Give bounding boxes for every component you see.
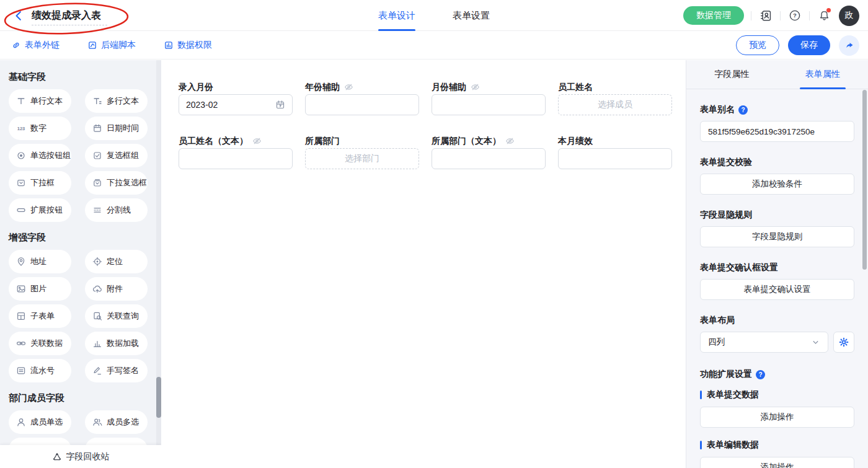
field-item-checkbox-group[interactable]: 复选框组 (85, 144, 148, 167)
address-book-icon[interactable] (758, 8, 773, 23)
back-button[interactable] (12, 9, 25, 22)
data-permission-link[interactable]: 数据权限 (164, 40, 212, 51)
field-item-label: 流水号 (30, 365, 55, 376)
form-layout-select[interactable]: 四列 (700, 332, 828, 353)
add-action-button-edit[interactable]: 添加操作 (700, 457, 854, 468)
attachment-icon (92, 284, 102, 294)
field-item-select[interactable]: 下拉框 (9, 171, 71, 195)
sidebar-scrollbar-track[interactable] (156, 60, 161, 445)
field-item-label: 分割线 (107, 205, 131, 216)
field-item-single-text[interactable]: 单行文本 (9, 89, 71, 113)
date-value: 2023-02 (186, 100, 218, 110)
field-visibility-rules-heading: 字段显隐规则 (700, 210, 854, 221)
field-item-multi-select[interactable]: 下拉复选框 (85, 171, 148, 195)
eye-off-icon (344, 82, 353, 92)
field-item-linked-query[interactable]: 关联查询 (85, 304, 148, 328)
help-icon[interactable] (787, 8, 802, 23)
month-helper-input[interactable] (432, 94, 546, 115)
form-layout-heading: 表单布局 (700, 315, 854, 326)
field-label: 员工姓名 (558, 82, 593, 93)
field-item-label: 子表单 (30, 311, 55, 322)
notification-dot (826, 8, 831, 12)
tab-form-settings[interactable]: 表单设置 (453, 0, 490, 31)
avatar[interactable]: 政 (839, 6, 859, 26)
field-recycle-bin[interactable]: 字段回收站 (0, 445, 161, 468)
employee-name-text-input[interactable] (179, 148, 293, 169)
field-label: 年份辅助 (305, 82, 340, 93)
notification-bell-icon[interactable] (817, 8, 831, 23)
form-field-month-helper[interactable]: 月份辅助 (432, 81, 546, 115)
field-item-divider[interactable]: 分割线 (85, 198, 148, 222)
member-picker[interactable]: 选择成员 (558, 94, 672, 115)
field-item-datetime[interactable]: 日期时间 (85, 117, 148, 140)
field-item-extend-button[interactable]: 扩展按钮 (9, 198, 71, 222)
help-question-icon[interactable]: ? (738, 105, 748, 115)
form-external-link[interactable]: 表单外链 (11, 40, 60, 51)
department-picker-placeholder: 选择部门 (345, 153, 379, 164)
field-item-number[interactable]: 数字 (9, 117, 71, 140)
entry-month-date-input[interactable]: 2023-02 (179, 94, 293, 115)
top-header: 绩效提成录入表 表单设计 表单设置 数据管理 政 (0, 0, 868, 31)
layout-settings-button[interactable] (833, 332, 854, 353)
field-label: 月份辅助 (432, 82, 466, 93)
multi-select-icon (92, 178, 102, 188)
field-visibility-rules-button[interactable]: 字段显隐规则 (700, 226, 854, 247)
form-alias-input[interactable]: 581f5f59e625d19c3917250e (700, 121, 854, 142)
form-field-entry-month[interactable]: 录入月份 2023-02 (179, 81, 293, 115)
field-item-address[interactable]: 地址 (9, 250, 71, 273)
field-item-label: 数据加载 (107, 338, 139, 349)
data-manage-button[interactable]: 数据管理 (683, 6, 744, 25)
field-item-subform[interactable]: 子表单 (9, 304, 71, 328)
field-item-image[interactable]: 图片 (9, 277, 71, 301)
add-validation-button[interactable]: 添加校验条件 (700, 174, 854, 195)
form-field-department-text[interactable]: 所属部门（文本） (432, 135, 546, 169)
form-title[interactable]: 绩效提成录入表 (32, 9, 101, 22)
field-label: 员工姓名（文本） (179, 136, 248, 147)
field-item-member-single[interactable]: 成员单选 (9, 410, 71, 434)
month-performance-input[interactable] (558, 148, 672, 169)
save-button[interactable]: 保存 (788, 35, 830, 55)
field-item-member-multi[interactable]: 成员多选 (85, 410, 148, 434)
data-load-icon (92, 338, 102, 348)
field-item-linked-data[interactable]: 关联数据 (9, 332, 71, 355)
extension-settings-heading: 功能扩展设置 (700, 369, 752, 380)
properties-panel: 字段属性 表单属性 表单别名? 581f5f59e625d19c3917250e… (686, 60, 868, 468)
image-icon (16, 284, 26, 294)
field-item-label: 图片 (30, 283, 46, 294)
field-item-label: 复选框组 (107, 150, 139, 161)
header-tabs: 表单设计 表单设置 (378, 0, 490, 31)
department-picker[interactable]: 选择部门 (305, 148, 419, 169)
help-question-icon[interactable]: ? (756, 370, 765, 379)
field-label: 录入月份 (179, 82, 213, 93)
form-field-employee-name[interactable]: 员工姓名 选择成员 (558, 81, 672, 115)
radio-group-icon (16, 151, 26, 161)
form-field-employee-name-text[interactable]: 员工姓名（文本） (179, 135, 293, 169)
eye-off-icon (505, 136, 515, 146)
tab-form-properties[interactable]: 表单属性 (777, 60, 868, 89)
add-action-button-submit[interactable]: 添加操作 (700, 407, 854, 428)
form-submit-validation-heading: 表单提交校验 (700, 157, 854, 168)
preview-button[interactable]: 预览 (736, 35, 779, 55)
window-scrollbar-thumb[interactable] (862, 90, 867, 270)
field-label: 本月绩效 (558, 136, 593, 147)
form-field-year-helper[interactable]: 年份辅助 (305, 81, 419, 115)
tab-field-properties[interactable]: 字段属性 (686, 60, 777, 89)
submit-confirm-settings-button[interactable]: 表单提交确认设置 (700, 279, 854, 300)
share-button[interactable] (839, 35, 859, 56)
field-item-attachment[interactable]: 附件 (85, 277, 148, 301)
eye-off-icon (471, 82, 480, 92)
tab-form-design[interactable]: 表单设计 (378, 0, 415, 31)
sidebar-scrollbar-thumb[interactable] (156, 377, 161, 418)
year-helper-input[interactable] (305, 94, 419, 115)
form-field-department[interactable]: 所属部门 选择部门 (305, 135, 419, 169)
field-item-signature[interactable]: 手写签名 (85, 359, 148, 382)
field-item-radio-group[interactable]: 单选按钮组 (9, 144, 71, 167)
field-item-serial-number[interactable]: 流水号 (9, 359, 71, 382)
form-field-month-performance[interactable]: 本月绩效 (558, 135, 672, 169)
field-item-multi-text[interactable]: 多行文本 (85, 89, 148, 113)
field-item-location[interactable]: 定位 (85, 250, 148, 273)
backend-script-link[interactable]: 后端脚本 (87, 40, 136, 51)
field-item-data-load[interactable]: 数据加载 (85, 332, 148, 355)
department-text-input[interactable] (432, 148, 546, 169)
field-item-label: 成员单选 (30, 417, 63, 428)
